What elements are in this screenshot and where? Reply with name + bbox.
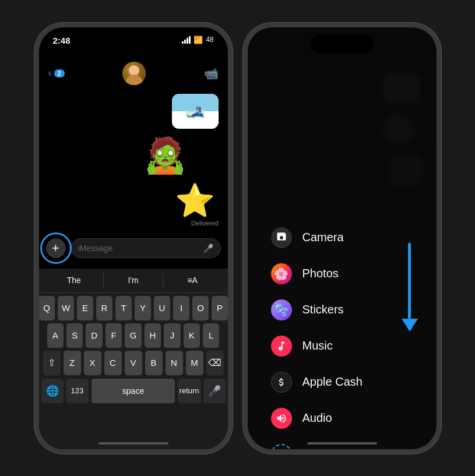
dynamic-island [101, 34, 166, 53]
contact-avatar-image [122, 62, 146, 85]
status-icons: 📶 48 [182, 36, 213, 44]
status-time: 2:48 [53, 36, 71, 45]
ski-image-message: 🎿 [172, 94, 219, 129]
zombie-sticker-message: 🧟 [143, 135, 187, 176]
keyboard-row-3: ⇧ Z X C V B N M ⌫ [39, 348, 228, 375]
photos-icon: 🌸 [271, 263, 292, 284]
menu-item-music[interactable]: Music [271, 328, 425, 364]
key-s[interactable]: S [66, 323, 83, 348]
key-h[interactable]: H [145, 323, 161, 348]
phone-2: Camera 🌸 Photos 🫧 Stickers [243, 23, 441, 454]
key-f[interactable]: F [105, 323, 122, 348]
key-o[interactable]: O [192, 296, 209, 320]
message-input-field[interactable]: iMessage 🎤 [71, 238, 221, 258]
key-y[interactable]: Y [135, 296, 151, 320]
camera-icon [271, 227, 292, 248]
key-backspace[interactable]: ⌫ [206, 351, 224, 375]
message-input-area: + iMessage 🎤 [39, 234, 228, 263]
menu-item-apple-cash[interactable]: Apple Cash [271, 364, 425, 400]
home-indicator [98, 442, 168, 445]
key-q[interactable]: Q [39, 296, 55, 320]
send-later-label: Send Later [302, 447, 360, 449]
key-return[interactable]: return [178, 379, 201, 403]
plus-icon: + [52, 242, 59, 255]
key-shift[interactable]: ⇧ [43, 351, 61, 375]
key-b[interactable]: B [145, 351, 163, 375]
wifi-icon: 📶 [193, 36, 203, 44]
mic-button[interactable]: 🎤 [203, 379, 226, 403]
keyboard-row-2: A S D F G H J K L [39, 320, 228, 348]
photos-label: Photos [302, 267, 339, 280]
key-t[interactable]: T [115, 296, 132, 320]
suggestion-the[interactable]: The [45, 276, 104, 285]
key-m[interactable]: M [186, 351, 203, 375]
keyboard-bottom-row: 🌐 123 space return 🎤 [39, 375, 228, 406]
contact-avatar[interactable] [122, 62, 146, 85]
music-label: Music [302, 339, 333, 352]
phone-1: 2:48 📶 48 ‹ 2 [34, 23, 233, 454]
key-u[interactable]: U [154, 296, 170, 320]
key-g[interactable]: G [125, 323, 141, 348]
mic-icon: 🎤 [203, 244, 213, 253]
battery-level: 48 [206, 36, 213, 44]
signal-icon [182, 36, 191, 44]
key-c[interactable]: C [104, 351, 122, 375]
suggestion-im[interactable]: I'm [104, 276, 163, 285]
key-123[interactable]: 123 [66, 379, 89, 403]
phone-1-inner: 2:48 📶 48 ‹ 2 [39, 27, 228, 449]
message-placeholder: iMessage [78, 244, 113, 253]
main-container: 2:48 📶 48 ‹ 2 [0, 0, 475, 476]
dynamic-island-2 [310, 34, 374, 53]
home-indicator-2 [307, 442, 377, 445]
delivered-label: Delivered [39, 220, 219, 227]
key-w[interactable]: W [58, 296, 74, 320]
music-icon [271, 336, 292, 357]
suggestion-format[interactable]: ≡A [163, 276, 222, 285]
keyboard-suggestions: The I'm ≡A [39, 269, 228, 293]
stickers-icon: 🫧 [271, 299, 292, 320]
apple-cash-label: Apple Cash [302, 375, 363, 389]
key-d[interactable]: D [86, 323, 102, 348]
key-r[interactable]: R [96, 296, 112, 320]
key-x[interactable]: X [84, 351, 101, 375]
apple-cash-icon [271, 372, 292, 393]
keyboard: The I'm ≡A Q W E R T Y U I O P [39, 269, 228, 449]
key-e[interactable]: E [77, 296, 93, 320]
key-l[interactable]: L [203, 323, 219, 348]
camera-label: Camera [302, 231, 344, 244]
keyboard-row-1: Q W E R T Y U I O P [39, 293, 228, 320]
key-z[interactable]: Z [64, 351, 81, 375]
plus-button[interactable]: + [46, 238, 66, 258]
emoji-button[interactable]: 🌐 [41, 379, 64, 403]
plus-button-container: + [46, 238, 66, 258]
back-badge: 2 [54, 69, 65, 77]
keyboard-bottom-keys: 123 space return [66, 379, 201, 403]
messages-header: ‹ 2 📹 [39, 59, 228, 88]
arrow-shaft [408, 243, 411, 319]
audio-icon [271, 408, 292, 429]
key-j[interactable]: J [164, 323, 180, 348]
key-v[interactable]: V [125, 351, 142, 375]
phone-2-inner: Camera 🌸 Photos 🫧 Stickers [248, 27, 437, 449]
stickers-label: Stickers [302, 303, 344, 316]
blue-arrow-down [402, 243, 418, 332]
arrow-head [402, 319, 418, 332]
video-call-button[interactable]: 📹 [204, 66, 219, 80]
menu-item-audio[interactable]: Audio [271, 400, 425, 436]
skull-star-sticker-message: ⭐ [175, 182, 215, 220]
key-a[interactable]: A [47, 323, 64, 348]
key-i[interactable]: I [173, 296, 189, 320]
audio-label: Audio [302, 411, 332, 425]
key-p[interactable]: P [212, 296, 228, 320]
send-later-icon [271, 444, 292, 449]
key-k[interactable]: K [184, 323, 200, 348]
back-button[interactable]: ‹ 2 [48, 67, 65, 79]
messages-area: 🎿 🧟 ⭐ Delivered [39, 88, 228, 228]
key-n[interactable]: N [166, 351, 183, 375]
chevron-left-icon: ‹ [48, 67, 52, 79]
key-space[interactable]: space [92, 379, 174, 403]
